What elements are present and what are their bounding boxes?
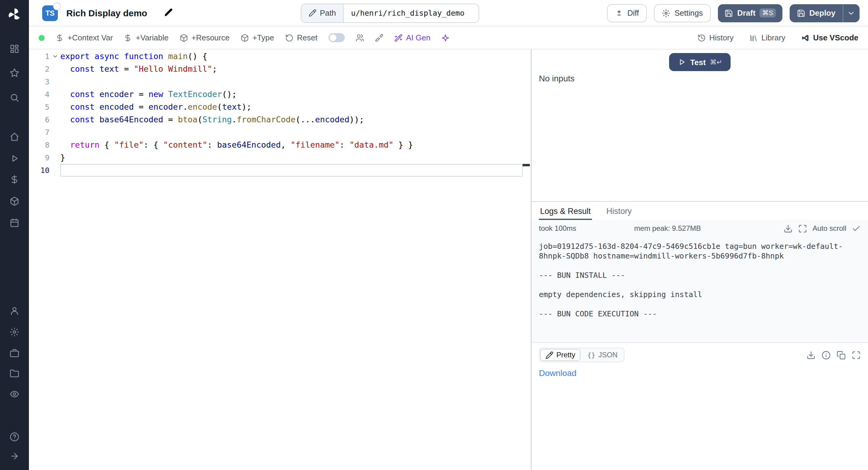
ai-gen-label: AI Gen xyxy=(406,33,430,42)
collaborators-icon[interactable] xyxy=(355,33,364,42)
line-number: 6 xyxy=(29,113,50,126)
json-label: JSON xyxy=(598,351,618,359)
deploy-button[interactable]: Deploy xyxy=(789,4,843,22)
code-text: return { "file": { "content": base64Enco… xyxy=(60,138,523,151)
diff-button[interactable]: Diff xyxy=(607,4,647,22)
tab-logs-result[interactable]: Logs & Result xyxy=(539,202,592,220)
settings-button[interactable]: Settings xyxy=(654,4,711,22)
favorites-star-icon[interactable] xyxy=(0,66,29,80)
vscode-icon xyxy=(801,33,809,42)
variables-icon[interactable] xyxy=(0,173,29,187)
collab-toggle[interactable] xyxy=(328,33,344,42)
line-number: 9 xyxy=(29,151,50,164)
header: TS Rich Display demo Path u/henri/rich_d… xyxy=(29,0,868,27)
code-line[interactable]: 5 const encoded = encoder.encode(text); xyxy=(29,101,530,113)
fold-gutter xyxy=(50,101,60,113)
header-actions: Diff Settings Draft ⌘S Deploy xyxy=(607,4,860,22)
fold-gutter xyxy=(50,88,60,101)
add-context-var-label: +Context Var xyxy=(67,33,113,42)
fold-gutter xyxy=(50,151,60,164)
gear-icon xyxy=(662,9,670,17)
schedules-icon[interactable] xyxy=(0,216,29,230)
language-badge: TS xyxy=(42,5,58,21)
library-icon xyxy=(749,33,758,42)
windmill-logo-icon[interactable] xyxy=(0,5,29,24)
tab-history[interactable]: History xyxy=(605,202,633,220)
code-text xyxy=(60,126,523,138)
no-inputs-text: No inputs xyxy=(539,73,575,83)
line-number: 5 xyxy=(29,101,50,113)
home-icon[interactable] xyxy=(0,130,29,144)
logs-block: took 100ms mem peak: 9.527MB Auto scroll… xyxy=(532,220,868,343)
workers-icon[interactable] xyxy=(0,346,29,361)
use-vscode-button[interactable]: Use VScode xyxy=(801,33,858,42)
search-icon[interactable] xyxy=(0,90,29,105)
ai-gen-button[interactable]: AI Gen xyxy=(394,33,430,42)
code-line[interactable]: 8 return { "file": { "content": base64En… xyxy=(29,138,530,151)
settings-button-label: Settings xyxy=(675,8,703,18)
code-line[interactable]: 4 const encoder = new TextEncoder(); xyxy=(29,88,530,101)
code-editor[interactable]: 1export async function main() {2 const t… xyxy=(29,50,531,470)
history-button[interactable]: History xyxy=(697,33,734,42)
draft-button[interactable]: Draft ⌘S xyxy=(718,4,782,22)
add-type-button[interactable]: +Type xyxy=(241,33,274,42)
deploy-save-icon xyxy=(797,9,805,17)
download-result-icon[interactable] xyxy=(807,350,815,359)
library-button[interactable]: Library xyxy=(749,33,785,42)
resource-box-icon xyxy=(179,33,188,42)
main-content: 1export async function main() {2 const t… xyxy=(29,50,868,470)
add-resource-button[interactable]: +Resource xyxy=(179,33,229,42)
add-context-var-button[interactable]: +Context Var xyxy=(56,33,113,42)
sparkles-icon[interactable] xyxy=(441,33,450,42)
resources-icon[interactable] xyxy=(0,194,29,209)
test-button[interactable]: Test ⌘↵ xyxy=(669,53,731,71)
audit-logs-icon[interactable] xyxy=(0,387,29,401)
fold-chevron-icon[interactable] xyxy=(50,50,60,63)
code-text: const text = "Hello Windmill"; xyxy=(60,63,523,75)
download-file-link[interactable]: Download xyxy=(539,368,577,378)
format-brush-icon[interactable] xyxy=(375,33,383,42)
path-pencil-icon xyxy=(308,9,316,17)
code-line[interactable]: 9} xyxy=(29,151,530,164)
pretty-view-button[interactable]: Pretty xyxy=(540,349,581,361)
test-button-label: Test xyxy=(690,58,706,67)
users-icon[interactable] xyxy=(0,304,29,318)
line-number: 4 xyxy=(29,88,50,101)
fold-gutter xyxy=(50,126,60,138)
edit-path-button[interactable]: Path xyxy=(301,4,344,22)
help-icon[interactable] xyxy=(0,430,29,444)
add-variable-button[interactable]: +Variable xyxy=(124,33,169,42)
auto-scroll-checkbox[interactable] xyxy=(852,224,861,233)
path-label: Path xyxy=(320,8,336,18)
code-line[interactable]: 6 const base64Encoded = btoa(String.from… xyxy=(29,113,530,126)
path-control: Path u/henri/rich_display_demo xyxy=(301,3,479,23)
toggle-knob xyxy=(330,34,336,41)
folders-icon[interactable] xyxy=(0,366,29,381)
json-view-button[interactable]: {} JSON xyxy=(582,349,623,361)
code-line[interactable]: 7 xyxy=(29,126,530,138)
toolbar-right: History Library Use VScode xyxy=(697,33,858,42)
result-tabs: Logs & Result History xyxy=(532,202,868,220)
reset-button[interactable]: Reset xyxy=(285,33,317,42)
deploy-dropdown-button[interactable] xyxy=(843,4,860,22)
language-badge-label: TS xyxy=(45,9,55,17)
code-line[interactable]: 3 xyxy=(29,75,530,88)
runs-icon[interactable] xyxy=(0,151,29,166)
apps-icon[interactable] xyxy=(0,41,29,56)
line-number: 7 xyxy=(29,126,50,138)
deploy-button-label: Deploy xyxy=(809,8,835,18)
settings-icon[interactable] xyxy=(0,325,29,339)
download-logs-icon[interactable] xyxy=(784,224,793,233)
expand-logs-icon[interactable] xyxy=(798,224,807,233)
expand-sidebar-icon[interactable] xyxy=(0,449,29,463)
code-line[interactable]: 1export async function main() { xyxy=(29,50,530,63)
expand-result-icon[interactable] xyxy=(852,350,861,359)
code-line[interactable]: 10 xyxy=(29,164,530,177)
copy-result-icon[interactable] xyxy=(837,350,846,359)
info-icon[interactable] xyxy=(822,350,831,359)
code-line[interactable]: 2 const text = "Hello Windmill"; xyxy=(29,63,530,75)
edit-title-pencil-icon[interactable] xyxy=(164,7,173,19)
path-value[interactable]: u/henri/rich_display_demo xyxy=(344,4,479,22)
code-text: export async function main() { xyxy=(60,50,523,63)
deploy-split-button: Deploy xyxy=(789,4,860,22)
